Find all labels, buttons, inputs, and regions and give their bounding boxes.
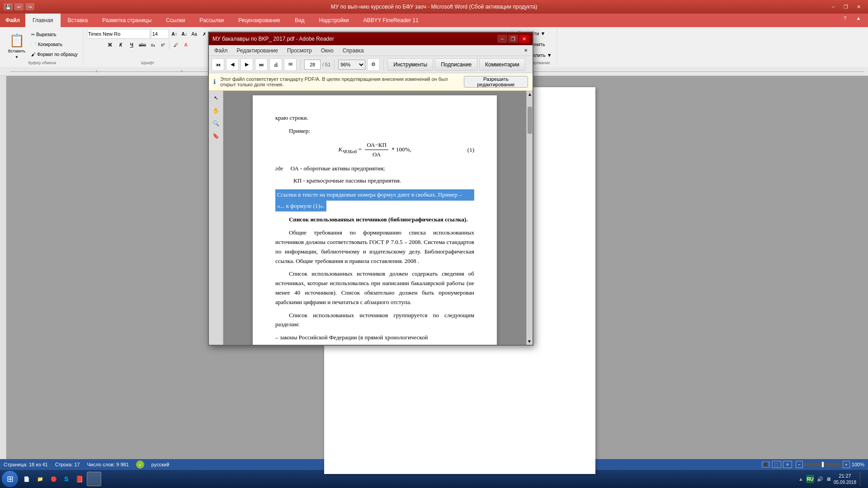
italic-button[interactable]: К	[116, 40, 126, 49]
pdf-section-title: Список использованных источников (библио…	[275, 215, 474, 225]
tab-review[interactable]: Рецензирование	[231, 14, 288, 27]
tray-volume-icon[interactable]: 🔊	[817, 476, 823, 482]
info-icon: ℹ	[213, 78, 216, 85]
subscript-button[interactable]: x₂	[148, 40, 157, 49]
font-name-input[interactable]	[87, 29, 150, 39]
highlight-button[interactable]: 🖊	[171, 40, 180, 49]
underline-button[interactable]: Ч	[127, 40, 137, 49]
clear-format-button[interactable]: ✗	[200, 29, 209, 38]
ribbon-help[interactable]: ?	[839, 14, 851, 23]
word-window-controls[interactable]: − ❐ ✕	[827, 2, 864, 11]
adobe-window-controls[interactable]: − ❐ ✕	[497, 35, 529, 43]
view-web-button[interactable]: ⬚	[772, 461, 781, 468]
spell-check-icon[interactable]: ✓	[136, 460, 144, 469]
allow-edit-button[interactable]: Разрешить редактирование	[464, 76, 528, 88]
adobe-nav-last[interactable]: ⏭	[255, 58, 268, 71]
superscript-button[interactable]: x²	[158, 40, 167, 49]
font-format-row: Ж К Ч abc x₂ x² 🖊 A	[105, 40, 190, 49]
tab-page-layout[interactable]: Разметка страницы	[95, 14, 159, 27]
taskbar-item-1[interactable]: 📁	[33, 472, 47, 486]
tray-arrow[interactable]: ▲	[798, 476, 803, 482]
adobe-tool-bookmark[interactable]: 🔖	[211, 131, 222, 141]
grow-font-button[interactable]: A↑	[170, 29, 179, 38]
font-color-button[interactable]: A	[181, 40, 190, 49]
adobe-email[interactable]: ✉	[284, 58, 297, 71]
word-minimize[interactable]: −	[827, 2, 839, 11]
paste-button[interactable]: 📋 Вставить	[5, 30, 28, 57]
adobe-sign-button[interactable]: Подписание	[435, 58, 477, 71]
taskbar-item-word[interactable]: W	[87, 472, 101, 486]
adobe-menu-view[interactable]: Просмотр	[285, 47, 314, 55]
tab-abbyy[interactable]: ABBYY FineReader 11	[356, 14, 426, 27]
adobe-print[interactable]: 🖨	[269, 58, 282, 71]
tray-ru-icon[interactable]: RU	[806, 475, 814, 483]
zoom-options[interactable]: ⚙	[367, 58, 380, 71]
show-desktop-btn[interactable]	[860, 472, 863, 486]
adobe-menubar-close[interactable]: ✕	[523, 47, 529, 54]
tab-insert[interactable]: Вставка	[61, 14, 95, 27]
zoom-in-button[interactable]: +	[843, 461, 850, 468]
strikethrough-button[interactable]: abc	[137, 40, 147, 49]
taskbar-item-2[interactable]: 🔴	[47, 472, 61, 486]
redo-icon[interactable]: ↪	[25, 3, 34, 10]
tab-file[interactable]: Файл	[0, 14, 25, 27]
taskbar-item-4[interactable]: 📕	[72, 472, 87, 486]
zoom-out-button[interactable]: −	[796, 461, 803, 468]
adobe-menu-window[interactable]: Окно	[319, 47, 335, 55]
adobe-close[interactable]: ✕	[519, 35, 529, 43]
scroll-down-btn[interactable]: ▼	[526, 339, 533, 344]
start-button[interactable]: ⊞	[2, 471, 18, 487]
adobe-restore[interactable]: ❐	[508, 35, 518, 43]
format-painter-button[interactable]: 🖌 Формат по образцу	[30, 50, 79, 59]
adobe-menu-file[interactable]: Файл	[212, 47, 230, 55]
adobe-menu-edit[interactable]: Редактирование	[235, 47, 280, 55]
scroll-up-btn[interactable]: ▲	[527, 91, 533, 98]
clock-time: 21:27	[834, 473, 856, 479]
view-buttons[interactable]: ⬛ ⬚ ≡	[761, 461, 792, 468]
word-close[interactable]: ✕	[853, 2, 864, 11]
taskbar-item-3[interactable]: S	[61, 472, 72, 486]
adobe-nav-next[interactable]: ▶	[241, 58, 253, 71]
clipboard-group: 📋 Вставить ▼ ✂ Вырезать 📄 Копировать 🖌 Ф…	[2, 28, 83, 66]
zoom-select[interactable]: 96% 100% 75% 125%	[338, 60, 365, 70]
undo-icon[interactable]: ↩	[14, 3, 24, 10]
adobe-tool-cursor[interactable]: ↖	[211, 93, 222, 103]
save-icon[interactable]: 💾	[4, 3, 13, 10]
view-outline-button[interactable]: ≡	[783, 461, 792, 468]
font-case-button[interactable]: Aa	[190, 29, 199, 38]
adobe-tools-button[interactable]: Инструменты	[387, 58, 433, 71]
copy-button[interactable]: 📄 Копировать	[30, 40, 79, 49]
zoom-slider[interactable]	[805, 463, 841, 466]
scroll-thumb[interactable]	[528, 107, 532, 134]
bold-button[interactable]: Ж	[105, 40, 115, 49]
pdf-para4: – законы Российской Федерации (в прямой …	[275, 333, 474, 343]
font-group: A↑ A↓ Aa ✗ Ж К Ч abc x₂ x² 🖊 A Шрифт	[83, 28, 213, 66]
tab-addins[interactable]: Надстройки	[312, 14, 356, 27]
adobe-minimize[interactable]: −	[497, 35, 507, 43]
adobe-nav-prev[interactable]: ◀	[226, 58, 239, 71]
zoom-control[interactable]: − + 100%	[796, 461, 864, 468]
adobe-nav-first[interactable]: ⏮	[212, 58, 224, 71]
font-size-input[interactable]	[151, 29, 169, 39]
ribbon-tabs: Файл Главная Вставка Разметка страницы С…	[0, 14, 868, 27]
page-number-input[interactable]	[304, 60, 321, 70]
language[interactable]: русский	[151, 462, 169, 467]
tab-mailings[interactable]: Рассылки	[192, 14, 231, 27]
tab-view[interactable]: Вид	[288, 14, 312, 27]
adobe-comments-button[interactable]: Комментарии	[479, 58, 525, 71]
pdf-page[interactable]: краю строки. Пример: КЧОБоб = ОА−КП ОА *…	[253, 95, 497, 345]
tray-network-icon[interactable]: 🖥	[826, 476, 831, 482]
shrink-font-button[interactable]: A↓	[180, 29, 189, 38]
ribbon-minimize[interactable]: ▲	[853, 14, 864, 23]
tab-references[interactable]: Ссылки	[159, 14, 192, 27]
cut-button[interactable]: ✂ Вырезать	[30, 30, 79, 39]
tab-home[interactable]: Главная	[25, 14, 61, 27]
taskbar-item-0[interactable]: 📄	[20, 472, 33, 486]
view-print-button[interactable]: ⬛	[761, 461, 770, 468]
adobe-tool-hand[interactable]: ✋	[211, 105, 222, 116]
word-restore[interactable]: ❐	[840, 2, 852, 11]
adobe-menu-help[interactable]: Справка	[341, 47, 366, 55]
adobe-scrollbar[interactable]: ▲ ▼	[526, 91, 533, 345]
word-quick-access[interactable]: 💾 ↩ ↪	[4, 3, 34, 10]
adobe-tool-zoom[interactable]: 🔍	[211, 118, 222, 129]
